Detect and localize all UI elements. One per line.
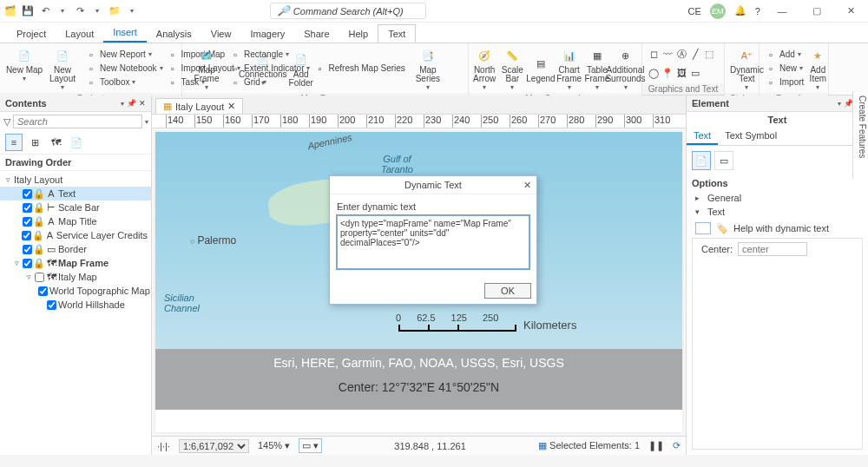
add-item-button[interactable]: ★ Add Item ▾ — [807, 45, 828, 91]
ribbon-north-arrow[interactable]: 🧭North Arrow▾ — [470, 45, 498, 91]
dialog-close-icon[interactable]: ✕ — [523, 180, 531, 191]
menu-help[interactable]: Help — [339, 25, 378, 43]
ce-label: CE — [688, 6, 701, 16]
list-element-type-icon[interactable]: ⊞ — [26, 134, 43, 151]
menu-project[interactable]: Project — [7, 25, 56, 43]
save-icon[interactable]: 💾 — [21, 4, 35, 18]
tree-scale-bar[interactable]: 🔒⊢Scale Bar — [0, 201, 151, 214]
pause-icon[interactable]: ❚❚ — [648, 440, 664, 451]
dynamic-text-dialog: Dynamic Text ✕ Enter dynamic text OK — [329, 175, 537, 305]
map-series-button[interactable]: 📑 Map Series ▾ — [409, 45, 447, 91]
zoom-mode-icon[interactable]: ▭ ▾ — [299, 438, 322, 453]
ribbon-chart-frame[interactable]: 📊Chart Frame▾ — [556, 45, 583, 91]
menu-text[interactable]: Text — [378, 24, 416, 43]
avatar[interactable]: EM — [710, 3, 726, 19]
center-input[interactable] — [738, 242, 807, 256]
tag-icon — [695, 222, 711, 234]
placement-icon[interactable]: ▭ — [714, 151, 733, 170]
list-mapframe-icon[interactable]: 🗺 — [47, 134, 64, 151]
scale-bar: 062.5125250 Kilometers — [398, 319, 656, 332]
filter-icon[interactable]: ▽ — [3, 116, 10, 128]
tree-world-topographic-map[interactable]: World Topographic Map — [0, 284, 151, 298]
tree-map-frame[interactable]: ▿🔒🗺Map Frame — [0, 256, 151, 270]
tree-map-title[interactable]: 🔒AMap Title — [0, 214, 151, 228]
element-title: Element — [692, 98, 838, 109]
group-text[interactable]: ▾Text — [687, 205, 868, 219]
list-mapseries-icon[interactable]: 📄 — [68, 134, 85, 151]
element-subtitle: Text — [687, 112, 868, 128]
contents-title: Contents — [5, 98, 121, 109]
layout-canvas[interactable]: Apennines Gulf of Taranto Palermo Sicili… — [155, 132, 682, 432]
ribbon-new[interactable]: ▫New ▾ — [765, 62, 804, 76]
search-icon: 🔎 — [278, 5, 290, 16]
ruler: 1401501601701801902002102202302402502602… — [152, 115, 686, 128]
tab-close-icon[interactable]: ✕ — [227, 101, 235, 112]
ribbon-extent-indicator[interactable]: ▫Extent Indicator ▾ — [229, 62, 310, 76]
tree-italy-map[interactable]: ▿🗺Italy Map — [0, 270, 151, 284]
help-tag-icon: 🏷️ — [716, 223, 728, 234]
group-graphics: Graphics and Text — [642, 83, 724, 95]
list-drawing-order-icon[interactable]: ≡ — [5, 134, 23, 151]
lock-icon: 🔒 — [34, 244, 44, 254]
tree-service-layer-credits[interactable]: 🔒AService Layer Credits — [0, 228, 151, 242]
ribbon-new-notebook[interactable]: ▫New Notebook ▾ — [85, 62, 163, 76]
ribbon-legend[interactable]: ▤Legend — [527, 54, 556, 83]
ok-button[interactable]: OK — [484, 283, 531, 299]
minimize-icon[interactable]: — — [769, 3, 795, 20]
command-search[interactable]: 🔎 Command Search (Alt+Q) — [270, 3, 426, 19]
ribbon-grid[interactable]: ▫Grid ▾ — [229, 76, 310, 89]
cursor-coords: 319.848 , 11.261 — [394, 441, 466, 451]
menu-insert[interactable]: Insert — [103, 23, 147, 43]
refresh-icon[interactable]: ⟳ — [673, 440, 681, 451]
tab-text-symbol[interactable]: Text Symbol — [718, 128, 784, 145]
menu-analysis[interactable]: Analysis — [147, 25, 201, 43]
map-scale[interactable]: 1:6,617,092 — [179, 439, 249, 453]
ribbon-new-layout[interactable]: 📄New Layout▾ — [43, 45, 82, 91]
zoom-level[interactable]: 145% ▾ — [258, 440, 290, 451]
tab-text[interactable]: Text — [687, 128, 718, 145]
options-header: Options — [687, 175, 868, 191]
ribbon-new-map[interactable]: 📄New Map▾ — [5, 45, 43, 91]
menu-share[interactable]: Share — [294, 25, 339, 43]
label-gulf: Gulf of Taranto — [381, 154, 413, 174]
ribbon-refresh-map-series[interactable]: ▫Refresh Map Series — [313, 62, 404, 76]
contents-search[interactable] — [13, 115, 142, 128]
selected-elements: ▦ Selected Elements: 1 — [538, 440, 640, 451]
tree-border[interactable]: 🔒▭Border — [0, 242, 151, 256]
menu-view[interactable]: View — [201, 25, 241, 43]
dialog-label: Enter dynamic text — [337, 201, 529, 212]
dynamic-text-input[interactable] — [337, 215, 529, 269]
menu-layout[interactable]: Layout — [56, 25, 103, 43]
ribbon-import[interactable]: ▫Import — [765, 76, 804, 89]
graphics-tool-icon[interactable]: ◻ — [648, 48, 660, 60]
ribbon-toolbox[interactable]: ▫Toolbox ▾ — [85, 76, 163, 89]
group-general[interactable]: ▸General — [687, 191, 868, 205]
lock-icon: 🔒 — [34, 202, 44, 213]
ribbon-new-report[interactable]: ▫New Report ▾ — [85, 48, 163, 62]
map-frame-button[interactable]: 🗺️ Map Frame ▾ — [187, 45, 226, 91]
format-text-icon[interactable]: 📄 — [692, 151, 711, 170]
tree-world-hillshade[interactable]: World Hillshade — [0, 298, 151, 312]
ribbon-scale-bar[interactable]: 📏Scale Bar▾ — [498, 45, 526, 91]
help-icon[interactable]: ? — [755, 6, 760, 16]
ribbon-additional-surrounds[interactable]: ⊕Additional Surrounds▾ — [611, 45, 640, 91]
center-text: Center: 12°7'32"E 41°50'25"N — [155, 370, 682, 394]
layout-tab[interactable]: ▦ Italy Layout ✕ — [155, 98, 243, 114]
lock-icon: 🔒 — [33, 230, 43, 240]
ribbon-add[interactable]: ▫Add ▾ — [765, 48, 804, 62]
restore-icon[interactable]: ▢ — [804, 3, 830, 20]
undo-icon[interactable]: ↶ — [38, 4, 52, 18]
contents-panel: Contents ▾ 📌 ✕ ▽ ▾ ≡ ⊞ 🗺 📄 Drawing Order… — [0, 95, 152, 455]
open-icon[interactable]: 📁 — [108, 4, 122, 18]
create-features-tab[interactable]: Create Features — [852, 92, 868, 179]
menu-imagery[interactable]: Imagery — [240, 25, 294, 43]
menubar: ProjectLayoutInsertAnalysisViewImagerySh… — [0, 23, 868, 43]
layout-view: ▦ Italy Layout ✕ 14015016017018019020021… — [152, 95, 686, 455]
close-icon[interactable]: ✕ — [838, 3, 865, 20]
tree-italy-layout[interactable]: ▿Italy Layout — [0, 173, 151, 187]
tree-text[interactable]: 🔒AText — [0, 187, 151, 201]
help-link[interactable]: 🏷️ Help with dynamic text — [687, 219, 868, 238]
bell-icon[interactable]: 🔔 — [734, 5, 746, 16]
ribbon-rectangle[interactable]: ▫Rectangle ▾ — [229, 48, 310, 62]
redo-icon[interactable]: ↷ — [73, 4, 87, 18]
